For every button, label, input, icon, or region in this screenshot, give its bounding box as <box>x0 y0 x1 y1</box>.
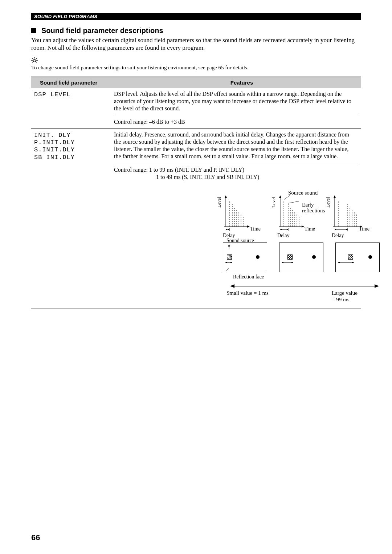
hint-text: To change sound field parameter settings… <box>31 65 361 71</box>
room-box <box>279 243 323 272</box>
svg-marker-52 <box>346 229 348 230</box>
control-range: Control range: –6 dB to +3 dB <box>114 116 358 126</box>
feature-cell: Initial delay. Presence, surround, and s… <box>114 129 361 309</box>
svg-line-59 <box>226 268 229 271</box>
svg-marker-61 <box>282 262 283 263</box>
svg-marker-64 <box>338 262 340 263</box>
small-value-label: Small value = 1 ms <box>226 290 269 297</box>
svg-marker-24 <box>279 195 281 198</box>
svg-marker-9 <box>225 195 227 198</box>
svg-marker-57 <box>225 262 227 263</box>
svg-marker-11 <box>247 225 250 228</box>
svg-marker-41 <box>334 195 336 198</box>
svg-marker-55 <box>228 244 230 247</box>
svg-line-35 <box>284 195 290 200</box>
header-bar: SOUND FIELD PROGRAMS <box>31 13 361 20</box>
svg-marker-38 <box>287 229 288 230</box>
section-title: Sound field parameter descriptions <box>31 27 361 35</box>
svg-marker-51 <box>335 229 336 230</box>
page-number: 66 <box>31 533 40 542</box>
feature-cell: DSP level. Adjusts the level of all the … <box>114 88 361 129</box>
room-box <box>223 243 267 272</box>
room-box <box>335 243 380 272</box>
reflection-face-label: Reflection face <box>233 274 264 280</box>
time-axis-label: Time <box>305 226 315 232</box>
feature-description: DSP level. Adjusts the level of all the … <box>114 90 358 112</box>
svg-marker-65 <box>352 262 354 263</box>
svg-marker-58 <box>230 262 232 263</box>
impulse-chart: Level Time Delay <box>277 193 330 235</box>
param-line: SB INI.DLY <box>34 154 114 161</box>
time-axis-label: Time <box>359 226 369 232</box>
svg-line-6 <box>32 62 33 62</box>
range-line: 1 to 49 ms (S. INIT. DLY and SB INI. DLY… <box>114 174 358 181</box>
init-delay-diagram: Source sound Early reflections <box>114 190 358 306</box>
impulse-chart: Level Time Delay <box>332 193 384 235</box>
param-name: INIT. DLY P.INIT.DLY S.INIT.DLY SB INI.D… <box>31 129 114 309</box>
level-axis-label: Level <box>325 197 331 208</box>
square-bullet-icon <box>31 28 36 33</box>
delay-label: Delay <box>332 232 344 239</box>
param-line: S.INIT.DLY <box>34 146 114 154</box>
large-value-label: Large value = 99 ms <box>332 290 358 304</box>
intro-text: You can adjust the values of certain dig… <box>31 36 361 52</box>
svg-line-34 <box>288 201 299 203</box>
svg-point-0 <box>33 59 36 62</box>
feature-description: Initial delay. Presence, surround, and s… <box>114 131 358 160</box>
level-axis-label: Level <box>216 197 222 208</box>
svg-line-2 <box>32 58 33 59</box>
table-row: INIT. DLY P.INIT.DLY S.INIT.DLY SB INI.D… <box>31 129 361 309</box>
control-range: Control range: 1 to 99 ms (INIT. DLY and… <box>114 164 358 181</box>
svg-marker-67 <box>230 284 234 288</box>
table-header-param: Sound field parameter <box>31 77 123 88</box>
svg-marker-21 <box>228 229 229 230</box>
svg-marker-20 <box>226 229 227 230</box>
level-axis-label: Level <box>271 197 277 208</box>
range-line: Control range: 1 to 99 ms (INIT. DLY and… <box>114 166 358 174</box>
param-line: INIT. DLY <box>34 132 114 139</box>
time-axis-label: Time <box>250 226 261 232</box>
svg-line-7 <box>36 62 37 62</box>
svg-marker-26 <box>302 225 304 228</box>
range-arrow-icon <box>230 283 379 290</box>
svg-marker-62 <box>291 262 293 263</box>
hint-icon <box>31 57 361 64</box>
impulse-chart: Level Time Delay <box>223 193 275 235</box>
table-header-features: Features <box>123 77 361 88</box>
svg-line-3 <box>36 58 37 59</box>
delay-label: Delay <box>277 232 289 239</box>
parameter-table: Sound field parameter Features DSP LEVEL… <box>31 77 361 309</box>
param-name: DSP LEVEL <box>31 88 114 129</box>
table-row: DSP LEVEL DSP level. Adjusts the level o… <box>31 88 361 129</box>
param-line: DSP LEVEL <box>34 91 114 98</box>
section-title-text: Sound field parameter descriptions <box>41 27 163 34</box>
svg-marker-68 <box>375 284 379 288</box>
table-header-row: Sound field parameter Features <box>31 77 361 88</box>
param-line: P.INIT.DLY <box>34 139 114 146</box>
svg-marker-37 <box>280 229 282 230</box>
